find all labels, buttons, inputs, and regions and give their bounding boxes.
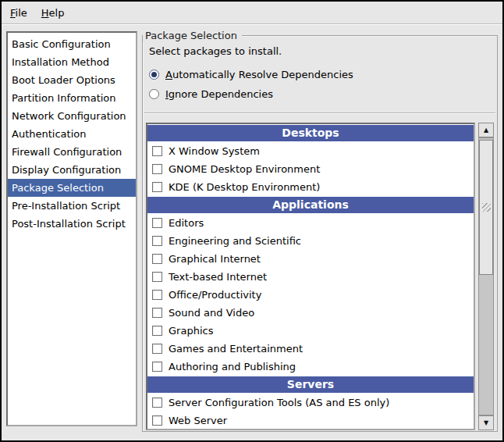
horizontal-separator <box>144 112 495 114</box>
checkbox-office-productivity[interactable] <box>152 290 162 300</box>
category-header-row: Applications <box>147 196 474 214</box>
package-row[interactable]: Sound and Video <box>147 304 474 322</box>
checkbox-server-configuration-tools-as-and-es-only[interactable] <box>152 397 162 408</box>
sidebar-item-authentication[interactable]: Authentication <box>8 125 136 143</box>
sidebar-item-firewall-configuration[interactable]: Firewall Configuration <box>8 143 136 161</box>
package-selection-frame: Package Selection Select packages to ins… <box>142 35 498 432</box>
radio-dot-icon <box>151 72 157 77</box>
label-rest: utomatically Resolve Dependencies <box>172 69 353 80</box>
package-row[interactable]: KDE (K Desktop Environment) <box>147 178 474 196</box>
package-label: Sound and Video <box>169 307 254 319</box>
description-label: Select packages to install. <box>149 45 282 57</box>
accel-letter: H <box>41 7 49 19</box>
package-row[interactable]: Office/Productivity <box>147 286 474 304</box>
category-header: Applications <box>147 197 474 213</box>
package-list: DesktopsX Window SystemGNOME Desktop Env… <box>146 123 475 430</box>
package-row[interactable]: Graphics <box>147 322 474 340</box>
package-row[interactable]: Server Configuration Tools (AS and ES on… <box>147 394 474 412</box>
radio-button-icon[interactable] <box>149 89 159 99</box>
radio-label: Automatically Resolve Dependencies <box>165 69 353 80</box>
menu-item-label: ile <box>16 7 27 19</box>
scrollbar-thumb[interactable] <box>479 140 493 275</box>
radio-option-automatically-resolve-dependencies[interactable]: Automatically Resolve Dependencies <box>149 66 353 84</box>
package-label: Graphics <box>169 325 213 337</box>
package-label: GNOME Desktop Environment <box>169 163 320 175</box>
app-window: FileHelp Basic ConfigurationInstallation… <box>0 0 504 442</box>
checkbox-games-and-entertainment[interactable] <box>152 344 162 354</box>
package-label: X Window System <box>169 145 260 157</box>
up-arrow-icon: ▲ <box>484 127 488 134</box>
checkbox-graphical-internet[interactable] <box>152 254 162 264</box>
menu-item-help[interactable]: Help <box>34 3 72 23</box>
checkbox-editors[interactable] <box>152 218 162 228</box>
category-header: Desktops <box>147 125 474 141</box>
scrollbar-down-button[interactable]: ▼ <box>478 415 494 430</box>
package-row[interactable]: Authoring and Publishing <box>147 358 474 376</box>
package-row[interactable]: Games and Entertainment <box>147 340 474 358</box>
package-label: Web Server <box>169 415 227 426</box>
package-label: Authoring and Publishing <box>169 361 296 372</box>
sidebar-item-post-installation-script[interactable]: Post-Installation Script <box>8 215 136 233</box>
dependency-radio-group: Automatically Resolve DependenciesIgnore… <box>149 66 353 105</box>
menu-bar: FileHelp <box>2 2 502 24</box>
checkbox-engineering-and-scientific[interactable] <box>152 236 162 246</box>
checkbox-sound-and-video[interactable] <box>152 308 162 318</box>
checkbox-authoring-and-publishing[interactable] <box>152 362 162 372</box>
menu-item-file[interactable]: File <box>3 3 34 23</box>
frame-title: Package Selection <box>143 29 242 42</box>
sidebar-item-network-configuration[interactable]: Network Configuration <box>8 107 136 125</box>
package-row[interactable]: Text-based Internet <box>147 268 474 286</box>
checkbox-graphics[interactable] <box>152 326 162 336</box>
package-label: Engineering and Scientific <box>169 235 301 247</box>
category-header-row: Desktops <box>147 124 474 142</box>
package-row[interactable]: Editors <box>147 214 474 232</box>
sidebar-item-pre-installation-script[interactable]: Pre-Installation Script <box>8 197 136 215</box>
sidebar-item-boot-loader-options[interactable]: Boot Loader Options <box>8 71 136 89</box>
package-label: Server Configuration Tools (AS and ES on… <box>169 397 389 408</box>
package-label: Office/Productivity <box>169 289 261 301</box>
package-label: Games and Entertainment <box>169 343 303 355</box>
vertical-scrollbar[interactable]: ▲ ▼ <box>478 123 494 430</box>
sidebar-item-display-configuration[interactable]: Display Configuration <box>8 161 136 179</box>
radio-option-ignore-dependencies[interactable]: Ignore Dependencies <box>149 85 353 103</box>
sidebar-item-package-selection[interactable]: Package Selection <box>8 179 136 197</box>
package-label: Editors <box>169 217 204 229</box>
package-row[interactable]: Engineering and Scientific <box>147 232 474 250</box>
sidebar-item-partition-information[interactable]: Partition Information <box>8 89 136 107</box>
accel-letter: A <box>165 69 172 80</box>
package-row[interactable]: X Window System <box>147 142 474 160</box>
scrollbar-grip-icon <box>482 203 491 212</box>
category-header-row: Servers <box>147 376 474 394</box>
radio-button-icon[interactable] <box>149 70 159 80</box>
radio-label: Ignore Dependencies <box>165 88 273 100</box>
sidebar-nav: Basic ConfigurationInstallation MethodBo… <box>6 31 137 426</box>
checkbox-gnome-desktop-environment[interactable] <box>152 164 162 174</box>
down-arrow-icon: ▼ <box>484 420 488 426</box>
checkbox-text-based-internet[interactable] <box>152 272 162 282</box>
package-label: KDE (K Desktop Environment) <box>169 181 320 193</box>
package-list-container: DesktopsX Window SystemGNOME Desktop Env… <box>146 123 494 430</box>
scrollbar-up-button[interactable]: ▲ <box>478 123 494 137</box>
scrollbar-track[interactable] <box>478 137 494 415</box>
package-label: Graphical Internet <box>169 253 261 265</box>
sidebar-item-installation-method[interactable]: Installation Method <box>8 53 136 71</box>
package-row[interactable]: GNOME Desktop Environment <box>147 160 474 178</box>
checkbox-web-server[interactable] <box>152 415 162 426</box>
menu-item-label: elp <box>49 7 65 19</box>
package-row[interactable]: Web Server <box>147 412 474 430</box>
sidebar-item-basic-configuration[interactable]: Basic Configuration <box>8 35 136 53</box>
checkbox-x-window-system[interactable] <box>152 146 162 156</box>
label-rest: gnore Dependencies <box>169 88 273 100</box>
package-label: Text-based Internet <box>169 271 267 283</box>
package-row[interactable]: Graphical Internet <box>147 250 474 268</box>
checkbox-kde-k-desktop-environment[interactable] <box>152 182 162 192</box>
category-header: Servers <box>147 376 474 393</box>
